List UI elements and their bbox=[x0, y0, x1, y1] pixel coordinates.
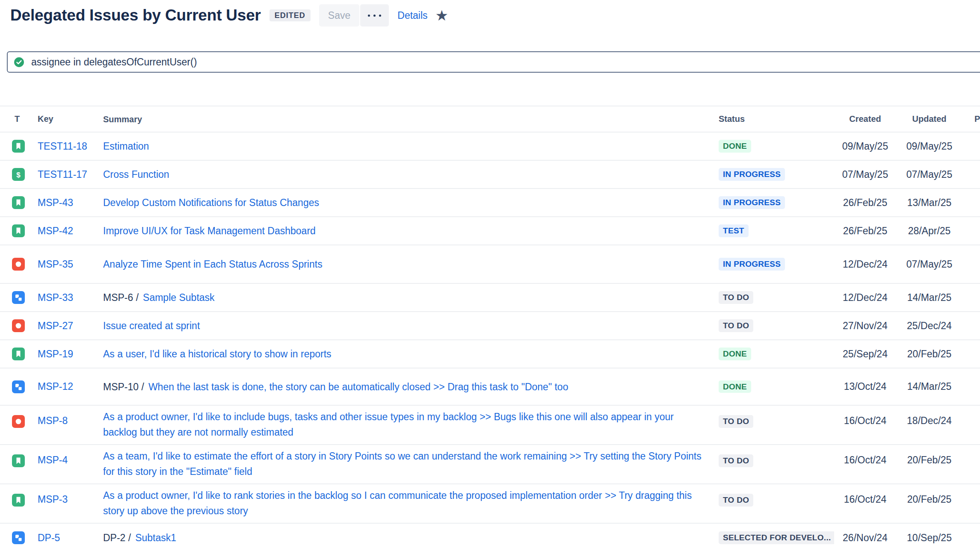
updated-date: 28/Apr/25 bbox=[896, 225, 962, 237]
issue-row: MSP-42 Improve UI/UX for Task Management… bbox=[0, 217, 980, 245]
updated-date: 13/Mar/25 bbox=[896, 197, 962, 209]
status-badge: IN PROGRESS bbox=[719, 196, 785, 209]
issue-key-link[interactable]: MSP-33 bbox=[38, 292, 73, 303]
created-date: 12/Dec/24 bbox=[834, 292, 896, 303]
status-badge: TO DO bbox=[719, 319, 753, 332]
bug-issue-type-icon bbox=[12, 319, 25, 332]
parent-issue-prefix: MSP-10 / bbox=[103, 381, 144, 392]
issue-key-link[interactable]: DP-5 bbox=[38, 532, 60, 543]
issue-summary-link[interactable]: As a team, I'd like to estimate the effo… bbox=[103, 451, 702, 477]
jql-query-input[interactable] bbox=[31, 56, 980, 68]
issue-key-link[interactable]: MSP-12 bbox=[38, 381, 73, 392]
created-date: 25/Sep/24 bbox=[834, 348, 896, 360]
updated-date: 25/Dec/24 bbox=[896, 320, 962, 332]
status-badge: TEST bbox=[719, 224, 749, 237]
issue-table-header: T Key Summary Status Created Updated P bbox=[0, 106, 980, 133]
issue-summary-link[interactable]: As a product owner, I'd like to rank sto… bbox=[103, 490, 692, 516]
details-link[interactable]: Details bbox=[397, 10, 427, 21]
status-badge: TO DO bbox=[719, 454, 753, 467]
parent-issue-prefix: MSP-6 / bbox=[103, 292, 139, 303]
issue-key-link[interactable]: MSP-8 bbox=[38, 415, 68, 426]
issue-row: MSP-19 As a user, I'd like a historical … bbox=[0, 340, 980, 368]
created-date: 26/Feb/25 bbox=[834, 225, 896, 237]
valid-query-check-icon bbox=[14, 57, 24, 68]
story-issue-type-icon bbox=[12, 140, 25, 153]
page-title: Delegated Issues by Current User bbox=[10, 6, 261, 24]
subtask-issue-type-icon bbox=[12, 531, 25, 544]
issue-key-link[interactable]: MSP-3 bbox=[38, 494, 68, 505]
issue-summary-link[interactable]: When the last task is done, the story ca… bbox=[148, 381, 568, 392]
updated-date: 20/Feb/25 bbox=[896, 494, 962, 505]
story-issue-type-icon bbox=[12, 348, 25, 360]
created-date: 26/Feb/25 bbox=[834, 197, 896, 209]
issue-summary-link[interactable]: As a user, I'd like a historical story t… bbox=[103, 348, 332, 359]
issue-key-link[interactable]: MSP-42 bbox=[38, 225, 73, 236]
status-badge: TO DO bbox=[719, 415, 753, 428]
issue-summary-link[interactable]: Subtask1 bbox=[135, 532, 176, 543]
created-date: 09/May/25 bbox=[834, 141, 896, 152]
save-button[interactable]: Save bbox=[319, 4, 359, 27]
created-date: 07/May/25 bbox=[834, 169, 896, 180]
issue-row: DP-5 DP-2 /Subtask1 SELECTED FOR DEVELO.… bbox=[0, 524, 980, 551]
updated-date: 07/May/25 bbox=[896, 259, 962, 270]
updated-date: 20/Feb/25 bbox=[896, 454, 962, 466]
issue-summary-link[interactable]: Improve UI/UX for Task Management Dashbo… bbox=[103, 225, 316, 236]
favorite-star-icon[interactable]: ★ bbox=[435, 8, 448, 23]
updated-date: 14/Mar/25 bbox=[896, 381, 962, 392]
issue-row: $ TEST11-17 Cross Function IN PROGRESS 0… bbox=[0, 161, 980, 189]
more-options-button[interactable] bbox=[360, 4, 389, 27]
issue-summary-link[interactable]: Sample Subtask bbox=[143, 292, 214, 303]
column-header-created[interactable]: Created bbox=[834, 114, 896, 124]
column-header-priority[interactable]: P bbox=[962, 114, 980, 124]
jql-search-bar bbox=[7, 51, 980, 73]
updated-date: 18/Dec/24 bbox=[896, 415, 962, 427]
issue-summary-link[interactable]: Issue created at sprint bbox=[103, 320, 200, 331]
issue-row: MSP-27 Issue created at sprint TO DO 27/… bbox=[0, 312, 980, 340]
created-date: 16/Oct/24 bbox=[834, 494, 896, 505]
created-date: 27/Nov/24 bbox=[834, 320, 896, 332]
status-badge: IN PROGRESS bbox=[719, 168, 785, 181]
issue-summary-link[interactable]: Cross Function bbox=[103, 169, 169, 180]
updated-date: 07/May/25 bbox=[896, 169, 962, 180]
bug-issue-type-icon bbox=[12, 258, 25, 271]
parent-issue-prefix: DP-2 / bbox=[103, 532, 131, 543]
column-header-updated[interactable]: Updated bbox=[896, 114, 962, 124]
issue-summary-link[interactable]: Develop Custom Notifications for Status … bbox=[103, 197, 319, 208]
issue-table-body: TEST11-18 Estimation DONE 09/May/25 09/M… bbox=[0, 133, 980, 551]
issue-summary-link[interactable]: Estimation bbox=[103, 141, 149, 152]
issue-key-link[interactable]: MSP-19 bbox=[38, 348, 73, 359]
dollar-issue-type-icon: $ bbox=[12, 168, 25, 181]
created-date: 16/Oct/24 bbox=[834, 454, 896, 466]
issue-key-link[interactable]: MSP-27 bbox=[38, 320, 73, 331]
status-badge: DONE bbox=[719, 348, 751, 360]
issue-row: MSP-4 As a team, I'd like to estimate th… bbox=[0, 445, 980, 484]
story-issue-type-icon bbox=[12, 224, 25, 237]
subtask-issue-type-icon bbox=[12, 291, 25, 304]
issue-key-link[interactable]: MSP-35 bbox=[38, 259, 73, 270]
issue-summary-link[interactable]: Analyze Time Spent in Each Status Across… bbox=[103, 259, 323, 270]
issue-table: T Key Summary Status Created Updated P T… bbox=[0, 106, 980, 551]
updated-date: 20/Feb/25 bbox=[896, 348, 962, 360]
issue-summary-link[interactable]: As a product owner, I'd like to include … bbox=[103, 411, 674, 438]
column-header-key[interactable]: Key bbox=[38, 114, 103, 124]
column-header-status[interactable]: Status bbox=[719, 114, 834, 124]
issue-key-link[interactable]: TEST11-17 bbox=[38, 169, 87, 180]
story-issue-type-icon bbox=[12, 494, 25, 507]
issue-row: MSP-33 MSP-6 /Sample Subtask TO DO 12/De… bbox=[0, 284, 980, 312]
created-date: 16/Oct/24 bbox=[834, 415, 896, 427]
issue-key-link[interactable]: MSP-43 bbox=[38, 197, 73, 208]
bug-issue-type-icon bbox=[12, 415, 25, 428]
status-badge: TO DO bbox=[719, 494, 753, 507]
status-badge: DONE bbox=[719, 380, 751, 393]
issue-row: MSP-8 As a product owner, I'd like to in… bbox=[0, 406, 980, 445]
column-header-summary[interactable]: Summary bbox=[103, 112, 719, 127]
issue-row: MSP-35 Analyze Time Spent in Each Status… bbox=[0, 245, 980, 284]
column-header-type[interactable]: T bbox=[0, 114, 38, 124]
issue-key-link[interactable]: MSP-4 bbox=[38, 454, 68, 466]
filter-header: Delegated Issues by Current User EDITED … bbox=[0, 0, 980, 31]
created-date: 12/Dec/24 bbox=[834, 259, 896, 270]
edited-badge: EDITED bbox=[269, 9, 311, 21]
story-issue-type-icon bbox=[12, 454, 25, 467]
issue-key-link[interactable]: TEST11-18 bbox=[38, 141, 87, 152]
created-date: 26/Nov/24 bbox=[834, 532, 896, 544]
